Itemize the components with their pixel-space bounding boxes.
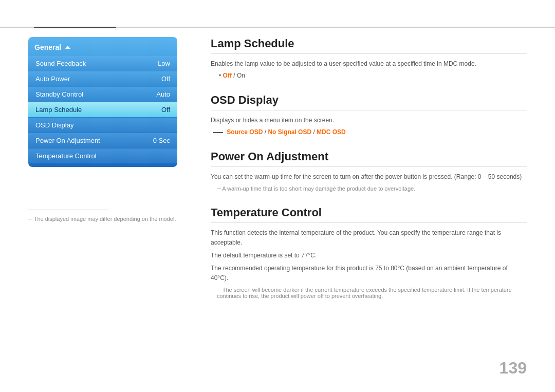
lamp-schedule-title: Lamp Schedule: [211, 37, 527, 54]
dash-icon: [213, 132, 223, 133]
menu-item-label: Temperature Control: [35, 152, 97, 160]
menu-item-value: Auto: [156, 90, 170, 98]
osd-display-desc: Displays or hides a menu item on the scr…: [211, 116, 527, 125]
osd-display-title: OSD Display: [211, 94, 527, 110]
section-lamp-schedule: Lamp Schedule Enables the lamp value to …: [211, 37, 527, 79]
panel-note: The displayed image may differ depending…: [28, 216, 176, 222]
menu-item-label: Auto Power: [35, 75, 70, 83]
arrow-up-icon: [65, 46, 70, 49]
osd-display-options: Source OSD / No Signal OSD / MDC OSD: [213, 128, 527, 136]
menu-item-temperature-control[interactable]: Temperature Control: [28, 148, 177, 163]
menu-item-standby-control[interactable]: Standby Control Auto: [28, 87, 177, 102]
temperature-control-title: Temperature Control: [211, 206, 527, 223]
power-on-adjustment-desc: You can set the warm-up time for the scr…: [211, 172, 527, 182]
top-accent: [34, 27, 116, 28]
option-separator: / On: [233, 72, 245, 79]
menu-title: General: [34, 43, 61, 51]
lamp-schedule-desc: Enables the lamp value to be adjusted to…: [211, 59, 527, 69]
menu-box: General Sound Feedback Low Auto Power Of…: [28, 37, 177, 167]
right-content: Lamp Schedule Enables the lamp value to …: [211, 37, 527, 313]
source-osd-option: Source OSD: [227, 128, 263, 136]
menu-item-label: Sound Feedback: [35, 60, 86, 67]
power-on-adjustment-title: Power On Adjustment: [211, 150, 527, 167]
temperature-control-note: The screen will become darker if the cur…: [211, 287, 527, 299]
temperature-control-desc2: The default temperature is set to 77°C.: [211, 251, 527, 260]
menu-header: General: [28, 40, 177, 55]
menu-item-lamp-schedule[interactable]: Lamp Schedule Off: [28, 102, 177, 117]
section-temperature-control: Temperature Control This function detect…: [211, 206, 527, 299]
no-signal-osd-option: No Signal OSD: [268, 128, 311, 136]
menu-item-value: Low: [158, 60, 170, 67]
power-on-adjustment-note: A warm-up time that is too short may dam…: [211, 185, 527, 192]
menu-item-osd-display[interactable]: OSD Display: [28, 118, 177, 133]
panel-divider: [28, 210, 108, 210]
section-power-on-adjustment: Power On Adjustment You can set the warm…: [211, 150, 527, 191]
menu-item-label: Lamp Schedule: [35, 106, 82, 114]
temperature-control-desc3: The recommended operating temperature fo…: [211, 264, 527, 283]
left-panel: General Sound Feedback Low Auto Power Of…: [28, 37, 177, 167]
menu-item-power-on-adjustment[interactable]: Power On Adjustment 0 Sec: [28, 133, 177, 148]
menu-item-sound-feedback[interactable]: Sound Feedback Low: [28, 56, 177, 71]
menu-item-label: Power On Adjustment: [35, 137, 100, 144]
option-off: Off: [223, 72, 232, 79]
menu-item-auto-power[interactable]: Auto Power Off: [28, 71, 177, 86]
menu-item-value: 0 Sec: [153, 137, 170, 144]
temperature-control-desc1: This function detects the internal tempe…: [211, 228, 527, 248]
section-osd-display: OSD Display Displays or hides a menu ite…: [211, 94, 527, 136]
menu-item-label: Standby Control: [35, 90, 83, 98]
lamp-schedule-options: Off / On: [219, 72, 527, 79]
menu-item-value: Off: [161, 75, 170, 83]
mdc-osd-option: MDC OSD: [317, 128, 346, 136]
menu-item-value: Off: [161, 106, 170, 114]
menu-item-label: OSD Display: [35, 121, 73, 129]
page-number: 139: [499, 359, 527, 378]
